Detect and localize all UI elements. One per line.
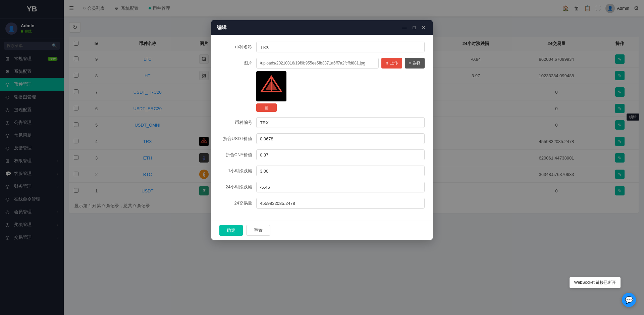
cny-price-field [256,149,425,160]
coin-code-input[interactable] [256,117,425,128]
form-row-vol: 24交易量 [219,198,425,209]
upload-button[interactable]: ⬆ 上传 [381,58,402,69]
coin-name-field [256,42,425,52]
trx-preview-icon [260,75,283,98]
h24-field [256,182,425,192]
coin-code-label: 币种编号 [219,117,256,128]
modal-controls: — □ ✕ [400,24,427,31]
modal-title: 编辑 [217,25,227,31]
usdt-price-input[interactable] [256,133,425,144]
chat-button[interactable]: 💬 [622,293,636,307]
cny-price-input[interactable] [256,149,425,160]
upload-icon: ⬆ [385,61,389,65]
form-row-usdt-price: 折合USDT价值 [219,133,425,144]
img-preview [256,71,286,101]
select-button[interactable]: ≡ 选择 [405,58,425,69]
h1-field [256,166,425,176]
coin-name-label: 币种名称 [219,42,256,52]
list-icon: ≡ [409,61,411,65]
vol-input[interactable] [256,198,425,209]
vol-field [256,198,425,209]
modal-minimize-button[interactable]: — [400,24,409,31]
h1-input[interactable] [256,166,425,176]
img-preview-wrap: 🗑 [256,71,425,112]
form-row-img: 图片 ⬆ 上传 ≡ 选择 [219,58,425,112]
edit-modal: 编辑 — □ ✕ 币种名称 [211,20,433,240]
page-content: ↻ Id 币种名称 图片 折合USDT价值 折合CNY价值 1小时涨跌幅 24小… [64,17,644,315]
cny-price-label: 折合CNY价值 [219,149,256,160]
confirm-button[interactable]: 确定 [219,225,243,236]
form-row-coin-code: 币种编号 [219,117,425,128]
img-path-input[interactable] [256,58,379,69]
modal-overlay[interactable]: 编辑 — □ ✕ 币种名称 [64,17,644,315]
modal-close-button[interactable]: ✕ [420,24,427,31]
coin-code-field [256,117,425,128]
main-area: ☰ 会员列表 ⚙ 系统配置 币种管理 🏠 🗑 📋 ⛶ 👤 Admin [64,0,644,315]
modal-header: 编辑 — □ ✕ [211,20,433,35]
h24-label: 24小时涨跌幅 [219,182,256,192]
vol-label: 24交易量 [219,198,256,209]
modal-body: 币种名称 图片 ⬆ 上传 [211,35,433,221]
img-field: ⬆ 上传 ≡ 选择 [256,58,425,112]
form-row-cny-price: 折合CNY价值 [219,149,425,160]
form-row-h1: 1小时涨跌幅 [219,166,425,176]
select-label: 选择 [413,60,421,66]
img-path-wrap: ⬆ 上传 ≡ 选择 [256,58,425,69]
upload-label: 上传 [390,60,398,66]
coin-name-input[interactable] [256,42,425,52]
usdt-price-field [256,133,425,144]
h24-input[interactable] [256,182,425,192]
img-label: 图片 [219,58,256,69]
form-row-coin-name: 币种名称 [219,42,425,52]
ws-notification: WebSocket 链接已断开 [570,277,621,288]
reset-button[interactable]: 重置 [246,225,270,236]
form-row-h24: 24小时涨跌幅 [219,182,425,192]
h1-label: 1小时涨跌幅 [219,166,256,176]
usdt-price-label: 折合USDT价值 [219,133,256,144]
modal-footer: 确定 重置 [211,221,433,240]
delete-image-button[interactable]: 🗑 [256,103,277,112]
modal-maximize-button[interactable]: □ [411,24,417,31]
